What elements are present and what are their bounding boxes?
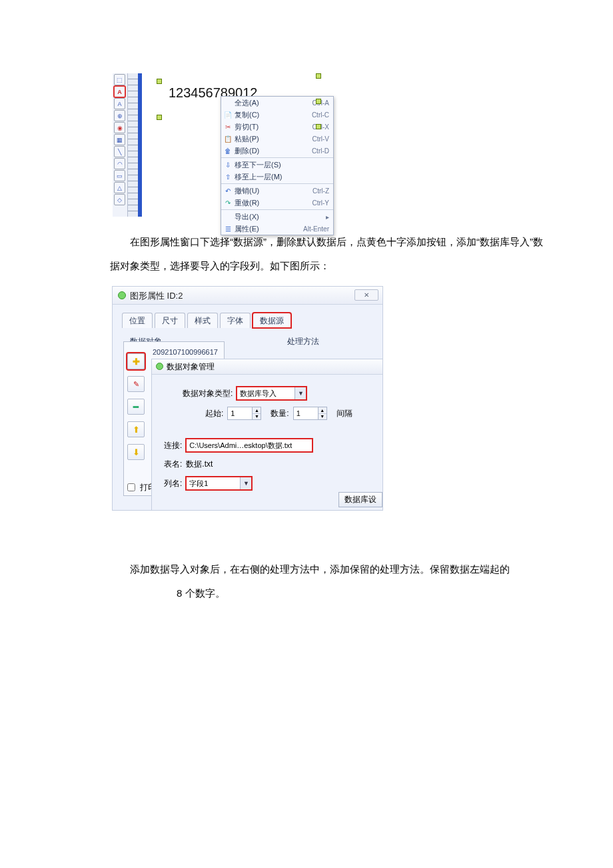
arrow-down-icon: ⬇ <box>133 447 140 457</box>
menu-move-up[interactable]: ⇧移至上一层(M) <box>221 171 333 183</box>
remove-button[interactable]: ━ <box>127 399 145 415</box>
minus-icon: ━ <box>133 402 139 412</box>
tab-style[interactable]: 样式 <box>187 313 218 328</box>
arrow-up-icon: ⬆ <box>133 425 140 435</box>
table-label: 表名: <box>164 459 182 470</box>
tool-text-outline-icon[interactable]: A <box>114 98 125 109</box>
properties-dialog: 图形属性 ID:2 ✕ 位置 尺寸 样式 字体 数据源 数据对象 处理方法 20… <box>112 286 383 511</box>
redo-icon: ↷ <box>224 199 232 207</box>
start-value: 1 <box>227 407 253 420</box>
instruction-paragraph-1: 在图形属性窗口下选择“数据源”，删除默认数据后，点黄色十字添加按钮，添加“数据库… <box>110 230 546 278</box>
properties-icon: ☰ <box>224 225 232 233</box>
selection-handle[interactable] <box>157 115 162 120</box>
tool-diamond-icon[interactable]: ◇ <box>114 194 125 205</box>
close-button[interactable]: ✕ <box>354 289 378 301</box>
side-toolbar: ⬚ A A ⊕ ◉ ▦ ╲ ◠ ▭ △ ◇ <box>114 73 125 206</box>
tool-plus-icon[interactable]: ⊕ <box>114 110 125 121</box>
instruction-paragraph-2: 添加数据导入对象后，在右侧的处理方法中，添加保留的处理方法。保留数据左端起的 8… <box>110 557 546 605</box>
paste-icon: 📋 <box>224 135 232 143</box>
link-input[interactable]: C:\Users\Admi…esktop\数据.txt <box>186 439 312 452</box>
layer-up-icon: ⇧ <box>224 173 232 181</box>
close-icon: ✕ <box>364 291 369 299</box>
tool-rect-icon[interactable]: ▭ <box>114 170 125 181</box>
vertical-ruler <box>127 73 139 217</box>
move-down-button[interactable]: ⬇ <box>127 444 145 460</box>
column-value: 字段1 <box>186 477 241 490</box>
selection-handle[interactable] <box>157 79 162 84</box>
window-dot-icon <box>118 291 126 299</box>
menu-undo[interactable]: ↶撤销(U)Ctrl-Z <box>221 185 333 197</box>
tool-triangle-icon[interactable]: △ <box>114 182 125 193</box>
selection-handle[interactable] <box>316 124 321 129</box>
edit-button[interactable]: ✎ <box>127 376 145 392</box>
undo-icon: ↶ <box>224 187 232 195</box>
link-label: 连接: <box>164 440 182 451</box>
canvas-area[interactable]: 123456789012 全选(A)Ctrl-A 📄复制(C)Ctrl-C ✂剪… <box>142 73 332 217</box>
tool-pointer-icon[interactable]: ⬚ <box>114 74 125 85</box>
interval-label: 间隔 <box>336 408 352 419</box>
start-spinner[interactable]: 1 ▲▼ <box>227 407 261 420</box>
side-button-column: ✚ ✎ ━ ⬆ ⬇ <box>127 353 146 460</box>
copy-icon: 📄 <box>224 111 232 119</box>
count-label: 数量: <box>271 408 289 419</box>
selection-handle[interactable] <box>316 99 321 104</box>
cut-icon: ✂ <box>224 123 232 131</box>
selection-handles-right <box>316 73 321 149</box>
tab-font[interactable]: 字体 <box>220 313 251 328</box>
chevron-down-icon: ▼ <box>241 477 252 490</box>
type-value: 数据库导入 <box>237 387 295 400</box>
tool-arc-icon[interactable]: ◠ <box>114 158 125 169</box>
tab-bar: 位置 尺寸 样式 字体 数据源 <box>122 313 382 328</box>
data-object-manage-dialog: 数据对象管理 数据对象类型: 数据库导入 ▼ 起始: 1 ▲▼ 数量: 1 ▲▼ <box>151 359 382 510</box>
editor-screenshot-1: ⬚ A A ⊕ ◉ ▦ ╲ ◠ ▭ △ ◇ 123456789012 全选(A)… <box>113 73 332 217</box>
delete-icon: 🗑 <box>224 147 232 155</box>
plus-icon: ✚ <box>133 357 140 367</box>
move-up-button[interactable]: ⬆ <box>127 421 145 437</box>
type-combo[interactable]: 数据库导入 ▼ <box>237 387 306 400</box>
menu-separator <box>221 209 333 210</box>
sub-title: 数据对象管理 <box>167 361 215 373</box>
sub-titlebar[interactable]: 数据对象管理 <box>152 359 382 375</box>
spinner-arrows-icon: ▲▼ <box>253 407 261 420</box>
tab-size[interactable]: 尺寸 <box>155 313 185 328</box>
dialog-titlebar[interactable]: 图形属性 ID:2 ✕ <box>113 287 382 305</box>
column-label: 列名: <box>164 478 182 489</box>
table-value: 数据.txt <box>186 459 213 470</box>
start-label: 起始: <box>205 408 223 419</box>
tool-line-icon[interactable]: ╲ <box>114 146 125 157</box>
chevron-down-icon: ▼ <box>295 387 306 400</box>
tool-text-icon[interactable]: A <box>114 86 125 97</box>
tool-image-icon[interactable]: ▦ <box>114 134 125 145</box>
column-combo[interactable]: 字段1 ▼ <box>186 477 252 490</box>
count-value: 1 <box>293 407 318 420</box>
layer-down-icon: ⇩ <box>224 161 232 169</box>
db-settings-button[interactable]: 数据库设 <box>338 492 382 507</box>
window-dot-icon <box>156 363 163 370</box>
add-button[interactable]: ✚ <box>127 353 145 369</box>
menu-separator <box>221 157 333 158</box>
spinner-arrows-icon: ▲▼ <box>318 407 327 420</box>
type-label: 数据对象类型: <box>183 388 233 399</box>
data-value-text: 2092107100996617 <box>153 348 218 356</box>
menu-properties[interactable]: ☰属性(E)Alt-Enter <box>221 223 333 235</box>
selection-handle[interactable] <box>316 73 321 79</box>
tab-position[interactable]: 位置 <box>122 313 153 328</box>
pencil-icon: ✎ <box>133 380 139 389</box>
menu-redo[interactable]: ↷重做(R)Ctrl-Y <box>221 197 333 209</box>
menu-separator <box>221 183 333 184</box>
menu-export[interactable]: 导出(X)▸ <box>221 211 333 223</box>
dialog-title: 图形属性 ID:2 <box>130 290 183 302</box>
tab-datasource[interactable]: 数据源 <box>253 313 291 328</box>
process-method-label: 处理方法 <box>287 336 319 347</box>
tool-stamp-icon[interactable]: ◉ <box>114 122 125 133</box>
print-checkbox[interactable] <box>127 483 135 491</box>
count-spinner[interactable]: 1 ▲▼ <box>293 407 327 420</box>
menu-move-down[interactable]: ⇩移至下一层(S) <box>221 159 333 171</box>
